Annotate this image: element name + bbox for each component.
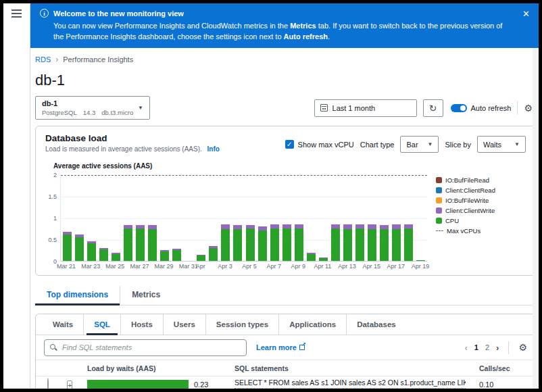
- bar-cpu-apr-13[interactable]: [343, 229, 352, 261]
- table-preferences-gear-icon[interactable]: ⚙: [518, 343, 527, 352]
- learn-more-link[interactable]: Learn more: [256, 343, 305, 351]
- bar-cpu-apr-9[interactable]: [295, 228, 303, 261]
- search-input[interactable]: [44, 339, 247, 356]
- x-tick-label: Apr 5: [242, 263, 257, 270]
- bar-client-clientwrite-mar-29[interactable]: [160, 250, 169, 251]
- bar-client-clientwrite-mar-28[interactable]: [148, 225, 157, 229]
- bar-cpu-mar-26[interactable]: [124, 228, 132, 261]
- chevron-down-icon: ▼: [514, 141, 520, 147]
- bar-client-clientwrite-apr-18[interactable]: [404, 224, 413, 228]
- hamburger-menu-icon[interactable]: [11, 9, 22, 18]
- bar-client-clientwrite-apr-16[interactable]: [380, 225, 389, 229]
- bar-cpu-apr-4[interactable]: [233, 229, 242, 261]
- tab-top-dimensions[interactable]: Top dimensions: [35, 286, 120, 305]
- breadcrumb-rds-link[interactable]: RDS: [35, 55, 51, 64]
- bar-cpu-apr-15[interactable]: [368, 229, 376, 261]
- bar-client-clientwrite-apr-7[interactable]: [270, 224, 279, 228]
- bar-client-clientwrite-apr-8[interactable]: [282, 224, 291, 228]
- time-range-picker[interactable]: Last 1 month: [314, 99, 417, 117]
- dimension-tab-applications[interactable]: Applications: [278, 314, 346, 335]
- pagination-page-2[interactable]: 2: [485, 343, 489, 351]
- bar-client-clientwrite-apr-10[interactable]: [307, 253, 316, 254]
- bar-client-clientwrite-apr-12[interactable]: [331, 224, 340, 228]
- bar-client-clientwrite-apr-11[interactable]: [319, 258, 328, 258]
- auto-refresh-toggle[interactable]: [451, 104, 467, 112]
- bar-cpu-mar-23[interactable]: [87, 243, 96, 261]
- settings-gear-icon[interactable]: ⚙: [524, 103, 533, 113]
- bar-cpu-apr-14[interactable]: [355, 228, 364, 261]
- bar-client-clientwrite-apr-1[interactable]: [197, 255, 205, 255]
- bar-client-clientwrite-mar-24[interactable]: [99, 248, 108, 250]
- show-max-vcpu-checkbox[interactable]: ✓: [285, 140, 294, 149]
- bar-cpu-apr-18[interactable]: [404, 228, 413, 261]
- bar-cpu-mar-28[interactable]: [148, 229, 157, 261]
- table-toolbar: Learn more ‹ 12 › ⚙: [36, 335, 535, 360]
- dimension-tab-hosts[interactable]: Hosts: [120, 314, 163, 335]
- row-radio-button[interactable]: [47, 378, 49, 389]
- pagination-next-icon[interactable]: ›: [496, 344, 499, 351]
- bar-client-clientwrite-mar-27[interactable]: [136, 225, 145, 228]
- col-calls-per-sec[interactable]: Calls/sec: [472, 364, 513, 372]
- bar-cpu-mar-30[interactable]: [172, 250, 181, 261]
- bar-client-clientwrite-mar-21[interactable]: [63, 232, 72, 235]
- bar-client-clientwrite-apr-15[interactable]: [368, 224, 376, 228]
- bar-client-clientwrite-apr-14[interactable]: [355, 224, 364, 228]
- dimension-tab-waits[interactable]: Waits: [43, 314, 83, 335]
- auto-refresh-label: Auto refresh: [471, 104, 512, 112]
- chart-y-axis: 00.511.52: [44, 175, 60, 262]
- close-icon[interactable]: ✕: [522, 9, 530, 18]
- bar-client-clientwrite-mar-30[interactable]: [172, 249, 181, 250]
- bar-client-clientwrite-apr-2[interactable]: [209, 246, 218, 248]
- bar-cpu-mar-22[interactable]: [75, 237, 84, 261]
- dimension-tab-databases[interactable]: Databases: [346, 314, 406, 335]
- bar-cpu-apr-12[interactable]: [331, 228, 340, 261]
- dimension-tab-session-types[interactable]: Session types: [205, 314, 278, 335]
- bar-cpu-apr-17[interactable]: [392, 229, 401, 261]
- chart-title: Average active sessions (AAS): [53, 162, 526, 170]
- row-expand-icon[interactable]: +: [67, 381, 72, 389]
- instance-selector[interactable]: db-1 PostgreSQL 14.3 db.t3.micro ▼: [35, 96, 150, 120]
- bar-client-clientwrite-mar-26[interactable]: [124, 225, 132, 228]
- bar-cpu-mar-21[interactable]: [63, 235, 72, 261]
- bar-cpu-apr-2[interactable]: [209, 248, 218, 261]
- bar-cpu-apr-7[interactable]: [270, 228, 279, 261]
- bar-client-clientwrite-apr-4[interactable]: [233, 225, 242, 229]
- bar-cpu-apr-11[interactable]: [319, 258, 328, 261]
- dimension-tab-sql[interactable]: SQL: [83, 314, 120, 335]
- bar-client-clientwrite-apr-3[interactable]: [221, 224, 230, 228]
- bar-cpu-mar-29[interactable]: [160, 251, 169, 261]
- bar-cpu-mar-24[interactable]: [99, 249, 108, 261]
- bar-client-clientwrite-mar-25[interactable]: [112, 253, 120, 254]
- bar-client-clientwrite-mar-23[interactable]: [87, 241, 96, 243]
- pagination-prev-icon[interactable]: ‹: [465, 344, 468, 351]
- chart-plot-area[interactable]: [60, 175, 427, 262]
- legend-swatch: [436, 207, 442, 214]
- bar-cpu-mar-27[interactable]: [136, 228, 145, 261]
- bar-cpu-apr-10[interactable]: [307, 254, 316, 261]
- info-link[interactable]: Info: [207, 145, 220, 153]
- bar-cpu-apr-1[interactable]: [197, 255, 205, 261]
- bar-cpu-mar-25[interactable]: [112, 254, 120, 261]
- bar-cpu-apr-8[interactable]: [282, 228, 291, 261]
- slice-by-select[interactable]: Waits ▼: [477, 136, 526, 153]
- bar-client-clientwrite-apr-13[interactable]: [343, 224, 352, 228]
- bar-cpu-apr-16[interactable]: [380, 229, 389, 261]
- bar-client-clientwrite-mar-22[interactable]: [75, 235, 84, 237]
- bar-cpu-apr-3[interactable]: [221, 229, 230, 261]
- sql-statement-link[interactable]: SELECT * FROM sales AS s1 JOIN sales AS …: [235, 378, 466, 389]
- bar-client-clientwrite-apr-6[interactable]: [258, 226, 267, 230]
- col-load-by-waits[interactable]: Load by waits (AAS): [87, 364, 235, 372]
- legend-label: Max vCPUs: [447, 227, 481, 235]
- bar-cpu-apr-19[interactable]: [416, 260, 425, 261]
- bar-cpu-apr-6[interactable]: [258, 230, 267, 261]
- bar-client-clientwrite-apr-9[interactable]: [295, 224, 303, 228]
- refresh-button[interactable]: ↻: [423, 99, 443, 117]
- dimension-tab-users[interactable]: Users: [163, 314, 205, 335]
- pagination-page-1[interactable]: 1: [474, 343, 478, 351]
- chart-type-select[interactable]: Bar ▼: [400, 136, 439, 153]
- tab-metrics[interactable]: Metrics: [120, 286, 172, 305]
- bar-cpu-apr-5[interactable]: [246, 228, 255, 261]
- col-sql-statements[interactable]: SQL statements: [235, 364, 472, 372]
- bar-client-clientwrite-apr-5[interactable]: [246, 225, 255, 228]
- bar-client-clientwrite-apr-17[interactable]: [392, 224, 401, 228]
